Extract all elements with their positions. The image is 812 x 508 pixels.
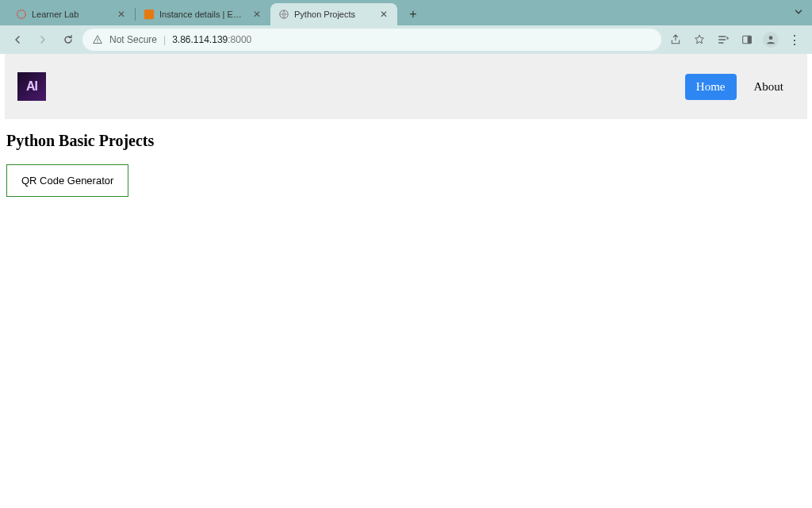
close-icon[interactable]: ✕ <box>251 9 262 20</box>
site-nav: Home About <box>685 74 795 100</box>
profile-avatar[interactable] <box>760 29 782 51</box>
tab-title: Instance details | EC2 Manager <box>159 10 247 19</box>
tab-title: Learner Lab <box>32 10 111 19</box>
toolbar-right: ⋮ <box>665 29 806 51</box>
side-panel-icon[interactable] <box>736 29 758 51</box>
svg-point-7 <box>769 36 773 40</box>
url-port: :8000 <box>228 34 251 45</box>
share-icon[interactable] <box>665 29 687 51</box>
page-body: Python Basic Projects QR Code Generator <box>5 119 807 210</box>
canvas-favicon-icon <box>16 9 27 20</box>
not-secure-icon <box>92 34 103 45</box>
browser-tab-strip: Learner Lab ✕ Instance details | EC2 Man… <box>0 0 812 25</box>
address-bar[interactable]: Not Secure | 3.86.114.139:8000 <box>82 29 661 51</box>
url-host: 3.86.114.139 <box>172 34 228 45</box>
address-separator: | <box>163 34 166 45</box>
svg-rect-1 <box>144 10 154 19</box>
bookmark-star-icon[interactable] <box>688 29 710 51</box>
svg-rect-6 <box>748 36 752 43</box>
forward-button[interactable] <box>32 29 54 51</box>
window-controls <box>793 6 804 17</box>
reading-list-icon[interactable] <box>712 29 734 51</box>
site-header: AI Home About <box>5 54 807 119</box>
logo-text: AI <box>26 79 37 94</box>
project-card-qr-code-generator[interactable]: QR Code Generator <box>6 164 128 197</box>
chevron-down-icon[interactable] <box>793 6 804 17</box>
browser-toolbar: Not Secure | 3.86.114.139:8000 ⋮ <box>0 25 812 54</box>
page-viewport: AI Home About Python Basic Projects QR C… <box>0 54 812 508</box>
nav-home-button[interactable]: Home <box>685 74 737 100</box>
svg-point-0 <box>17 10 26 19</box>
svg-rect-4 <box>98 41 98 42</box>
reload-button[interactable] <box>57 29 79 51</box>
close-icon[interactable]: ✕ <box>116 9 127 20</box>
svg-rect-3 <box>98 39 98 41</box>
aws-favicon-icon <box>144 9 155 20</box>
tab-learner-lab[interactable]: Learner Lab ✕ <box>8 3 135 25</box>
tab-python-projects[interactable]: Python Projects ✕ <box>270 3 397 25</box>
not-secure-label: Not Secure <box>109 34 157 45</box>
new-tab-button[interactable]: + <box>402 3 424 25</box>
tabs-container: Learner Lab ✕ Instance details | EC2 Man… <box>8 3 424 25</box>
back-button[interactable] <box>6 29 29 51</box>
kebab-menu-icon[interactable]: ⋮ <box>783 29 806 51</box>
page-heading: Python Basic Projects <box>6 132 806 150</box>
tab-ec2-manager[interactable]: Instance details | EC2 Manager ✕ <box>136 3 270 25</box>
globe-favicon-icon <box>278 9 289 20</box>
close-icon[interactable]: ✕ <box>378 9 389 20</box>
site-logo[interactable]: AI <box>17 72 46 101</box>
nav-about-link[interactable]: About <box>743 74 795 100</box>
tab-title: Python Projects <box>294 10 373 19</box>
